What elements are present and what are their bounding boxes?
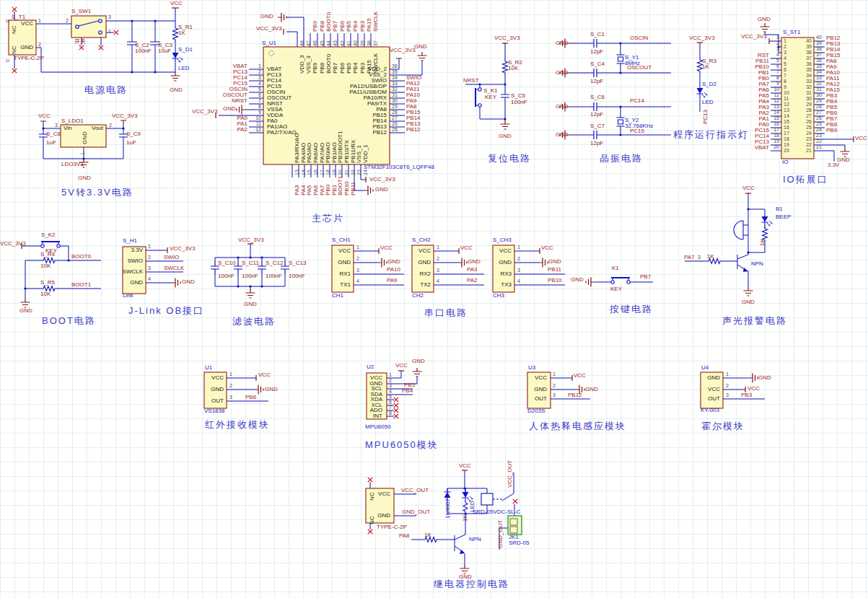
- chip-pin-number: 15: [307, 170, 312, 175]
- serial-net-label: PB10: [548, 278, 562, 283]
- chip-pin-number: 44: [326, 40, 331, 46]
- io-pin-number: 6: [784, 67, 786, 72]
- pushbutton-icon[interactable]: [475, 88, 481, 107]
- pushbutton-icon[interactable]: [611, 278, 630, 283]
- filt-net-label: VCC_3V3: [238, 237, 264, 243]
- jlink-net-label: GND: [182, 279, 195, 285]
- io-pin-number: 19: [784, 142, 789, 147]
- chip-pin-number: 7: [258, 98, 261, 103]
- pir-designator: U3: [528, 365, 535, 371]
- crystal-icon: [617, 118, 625, 126]
- reset-circuit: [465, 43, 510, 129]
- ldo-section-title: 5V转3.3V电路: [61, 188, 133, 197]
- chip-pin-name: PA2/TX/AO: [267, 130, 297, 136]
- chip-pin-number: 14: [301, 170, 306, 175]
- ground-icon: [760, 23, 770, 32]
- hall-part-name: KY-003: [701, 408, 719, 413]
- no-connect-icon: [79, 45, 84, 50]
- xtal-value-label: S_C1: [590, 32, 605, 38]
- capacitor-icon: [589, 69, 602, 77]
- ground-icon: [501, 120, 510, 129]
- chip-pin-name: PB9: [312, 63, 318, 74]
- ground-icon: [255, 385, 263, 395]
- key-value-label: KEY: [610, 286, 622, 292]
- io-pin-number: 13: [773, 104, 779, 109]
- serial-part-name: CH2: [412, 293, 424, 299]
- io-pin-number: 22: [806, 142, 812, 147]
- no-connect-icon: [394, 414, 398, 418]
- io-pin-number: 39: [806, 44, 812, 49]
- jlink-pin-number: 1: [148, 244, 151, 249]
- pir-part-name: D203S: [527, 408, 545, 414]
- resistor-icon: [173, 26, 178, 42]
- chip-pin-name: PB8: [320, 63, 325, 74]
- serial-pin-number: 1: [517, 245, 520, 250]
- xtal-value-label: 12pF: [590, 112, 603, 118]
- schematic-graphics: [0, 0, 868, 598]
- chip-net-label: PB0: [325, 185, 331, 195]
- reset-net-label: NRST: [463, 78, 479, 84]
- power-pin-number: 2: [38, 42, 41, 47]
- ldo-pin-number: 3: [55, 123, 58, 128]
- xtal-section-title: 晶振电路: [600, 154, 643, 163]
- serial-pin-name: GND: [418, 260, 431, 265]
- io-pin-number: 4: [784, 56, 786, 61]
- chip-net-label: VCC_3V3: [256, 26, 282, 32]
- chip-pin-name: PA3/RX/AO: [294, 133, 300, 163]
- mpu-part-name: MPU6050: [365, 424, 391, 430]
- io-pin-number: 30: [816, 92, 822, 97]
- io-pin-number: 36: [806, 61, 812, 66]
- boot-value-label: 10K: [40, 291, 51, 297]
- chip-designator: S_U1: [262, 40, 276, 46]
- io-pin-number: 38: [806, 50, 812, 55]
- chip-pin-number: 42: [340, 40, 345, 46]
- io-pin-number: 16: [773, 121, 779, 126]
- io-pin-number: 5: [776, 58, 779, 63]
- mpu-pin-number: 6: [389, 400, 392, 405]
- filt-value-label: S_C11: [242, 260, 259, 266]
- reset-net-label: VCC_3V3: [494, 35, 520, 41]
- chip-pin-number: 17: [320, 170, 325, 175]
- prog-designator: S_D2: [702, 82, 716, 87]
- io-pin-number: 14: [784, 113, 789, 118]
- serial-net-label: VCC: [380, 245, 393, 251]
- chip-pin-number: 38: [367, 40, 372, 46]
- chip-pin-name: PA6/AO: [313, 143, 319, 163]
- power-value-label: S_T1: [12, 14, 25, 20]
- xtal-value-label: 12pF: [590, 141, 603, 146]
- serial-pin-name: TX1: [340, 282, 351, 288]
- jlink-pin-name: SWIO: [128, 258, 143, 264]
- serial-part-name: CH1: [332, 293, 343, 299]
- chip-pin-number: 1: [258, 63, 261, 69]
- ldo-value-label: S_C9: [126, 131, 141, 137]
- mpu-pin-number: 7: [389, 405, 392, 410]
- hall-pin-name: VCC: [708, 387, 720, 392]
- schematic-canvas[interactable]: S_T1NCNC00VCCGND12TYPE-C-2PS_SW1231开关VCC…: [0, 0, 868, 598]
- capacitor-icon: [589, 131, 602, 139]
- io-pin-number: 27: [816, 110, 822, 115]
- filt-value-label: 100nF: [218, 273, 234, 279]
- chip-pin-number: 25: [392, 127, 398, 132]
- relay-net-label: GND_OUT: [402, 509, 430, 515]
- serial-net-label: PB11: [548, 267, 561, 273]
- serial-pin-name: RX2: [419, 271, 431, 277]
- alarm-net-label: PA7: [684, 255, 695, 260]
- chip-net-label: PB12: [406, 127, 421, 133]
- jlink-pin-name: 3.3V: [131, 247, 143, 253]
- boot-net-label: BOOT1: [71, 282, 91, 288]
- chip-pin-number: 40: [353, 40, 358, 46]
- io-net-label: VCC: [855, 136, 867, 141]
- io-pin-number: 35: [816, 63, 822, 69]
- mpu-pin-number: 5: [389, 394, 392, 399]
- pushbutton-icon[interactable]: [41, 242, 60, 247]
- power-pin-number: 1: [38, 18, 41, 23]
- xtal-net-label: PC14: [630, 98, 644, 104]
- chip-net-label: PB3: [360, 21, 366, 32]
- relay-pin-name: VCC: [378, 491, 390, 497]
- ldo-pin-name: GND: [82, 131, 88, 144]
- chip-pin-number: 23: [356, 170, 361, 175]
- reset-value-label: 100nF: [511, 100, 527, 105]
- boot-section-title: BOOT电路: [42, 316, 96, 325]
- pir-pin-name: VCC: [535, 375, 547, 381]
- chip-pin-name: PB4: [353, 63, 359, 74]
